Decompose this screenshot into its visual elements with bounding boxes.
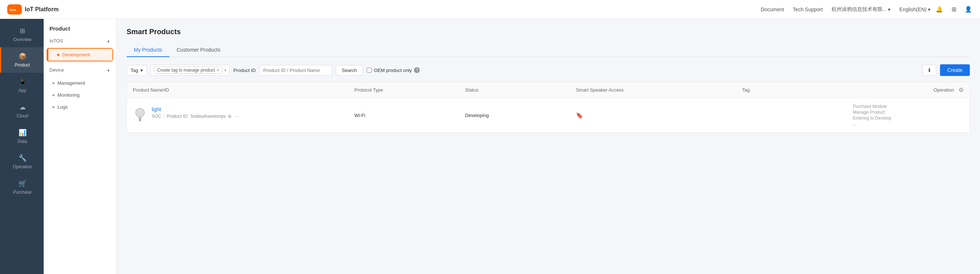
app-icon: 📱 [19, 78, 27, 86]
development-active-wrapper: Development [46, 48, 113, 62]
operation-icon: 🔧 [19, 154, 27, 162]
td-protocol: Wi-Fi [354, 112, 465, 118]
oem-label: OEM product only ? [367, 67, 420, 73]
iotos-chevron-icon: ▲ [107, 39, 110, 43]
data-icon: 📊 [19, 129, 27, 137]
table-header: Product Name/ID Protocol Type Status Sma… [127, 82, 969, 98]
development-dot-icon [57, 54, 59, 56]
platform-name: IoT Platform [25, 6, 59, 13]
company-chevron-icon: ▾ [888, 6, 891, 13]
logo-area: tuya IoT Platform [7, 4, 59, 14]
tag-input-area[interactable]: Create tag to manage product × ▾ [151, 65, 229, 76]
tag-area-chevron-icon: ▾ [224, 68, 226, 72]
td-speaker-access: 🔖 [576, 112, 742, 119]
product-info: light SOC | Product ID: 5obbusfuanenrrpv… [133, 106, 354, 124]
th-product-name: Product Name/ID [133, 87, 354, 93]
operations-list: Purchase Module Manage Product Entering … [853, 104, 964, 127]
nav-item-data[interactable]: 📊 Data [0, 124, 44, 149]
tag-chevron-icon: ▾ [140, 68, 143, 73]
td-status: Developing [465, 112, 576, 118]
nav-item-app[interactable]: 📱 App [0, 73, 44, 98]
nav-item-cloud[interactable]: ☁ Cloud [0, 98, 44, 124]
svg-rect-6 [139, 120, 141, 121]
sidebar-title: Product [44, 19, 116, 35]
sidebar-item-development[interactable]: Development [47, 49, 112, 61]
product-light-icon [133, 106, 147, 124]
sidebar-section-iotos[interactable]: IoTOS ▲ [44, 35, 116, 46]
svg-text:tuya: tuya [10, 8, 17, 12]
download-icon: ⬇ [927, 67, 932, 73]
lang-chevron-icon: ▾ [928, 6, 931, 13]
th-tag: Tag [742, 87, 853, 93]
copy-product-id-icon[interactable]: ⧉ [228, 114, 233, 119]
table-row: light SOC | Product ID: 5obbusfuanenrrpv… [127, 98, 969, 133]
product-name-link[interactable]: light [152, 106, 239, 112]
oem-help-icon[interactable]: ? [414, 67, 420, 73]
left-nav: ⊞ Overview 📦 Product 📱 App ☁ Cloud 📊 Dat… [0, 19, 44, 274]
logs-dot-icon [52, 106, 54, 108]
main-content: Smart Products My Products Customer Prod… [116, 19, 980, 274]
svg-rect-5 [139, 119, 141, 120]
entering-develop-link[interactable]: Entering to Develop [853, 116, 964, 120]
nav-item-product[interactable]: 📦 Product [0, 47, 44, 73]
td-product-info: light SOC | Product ID: 5obbusfuanenrrpv… [133, 106, 354, 124]
header-icons: 🔔 ⊞ 👤 [935, 5, 973, 14]
th-status: Status [465, 87, 576, 93]
tab-customer-products[interactable]: Customer Products [170, 43, 228, 57]
tag-pill: Create tag to manage product × [154, 67, 222, 74]
company-dropdown[interactable]: 杭州涂鸦信息技术有限... ▾ [832, 6, 891, 13]
td-operations: Purchase Module Manage Product Entering … [853, 104, 964, 127]
svg-point-2 [136, 108, 145, 117]
bookmark-icon[interactable]: 🔖 [576, 112, 583, 119]
sidebar-item-management[interactable]: Management [44, 77, 116, 89]
product-table: Product Name/ID Protocol Type Status Sma… [127, 82, 970, 133]
nav-item-purchase[interactable]: 🛒 Purchase [0, 174, 44, 200]
apps-grid-icon[interactable]: ⊞ [950, 5, 958, 14]
tuya-logo: tuya [7, 4, 22, 14]
table-settings-icon[interactable]: ⚙ [959, 87, 964, 93]
nav-item-operation[interactable]: 🔧 Operation [0, 149, 44, 174]
user-avatar-icon[interactable]: 👤 [964, 5, 973, 14]
product-id-input[interactable] [259, 65, 332, 76]
monitoring-dot-icon [52, 94, 54, 96]
sidebar-item-logs[interactable]: Logs [44, 101, 116, 113]
sidebar: Product IoTOS ▲ Development Device ▲ Man… [44, 19, 116, 274]
oem-checkbox[interactable] [367, 68, 372, 73]
create-button[interactable]: Create [940, 64, 970, 76]
tech-support-link[interactable]: Tech Support [793, 6, 823, 13]
sidebar-section-device[interactable]: Device ▲ [44, 64, 116, 76]
tag-dropdown[interactable]: Tag ▾ [127, 65, 147, 76]
search-button[interactable]: Search [336, 65, 363, 76]
svg-rect-4 [138, 118, 142, 119]
more-operations-link[interactable]: ... [853, 121, 964, 127]
th-speaker-access: Smart Speaker Access [576, 87, 742, 93]
th-protocol-type: Protocol Type [354, 87, 465, 93]
overview-icon: ⊞ [20, 27, 25, 35]
cloud-icon: ☁ [19, 103, 26, 111]
management-dot-icon [52, 82, 54, 84]
product-icon: 📦 [19, 52, 27, 60]
sidebar-item-monitoring[interactable]: Monitoring [44, 89, 116, 101]
body-wrap: ⊞ Overview 📦 Product 📱 App ☁ Cloud 📊 Dat… [0, 19, 980, 274]
document-link[interactable]: Document [760, 6, 784, 13]
tabs: My Products Customer Products [127, 43, 970, 57]
tab-my-products[interactable]: My Products [127, 43, 170, 57]
svg-rect-3 [138, 117, 142, 118]
manage-product-link[interactable]: Manage Product [853, 110, 964, 115]
device-section: Management Monitoring Logs [44, 76, 116, 114]
purchase-icon: 🛒 [19, 179, 27, 187]
download-button[interactable]: ⬇ [923, 65, 936, 76]
product-id-label: Product ID [233, 68, 255, 73]
header-nav: Document Tech Support 杭州涂鸦信息技术有限... ▾ En… [760, 6, 931, 13]
product-meta: SOC | Product ID: 5obbusfuanenrrpv ⧉ ··· [152, 114, 239, 119]
toolbar: Tag ▾ Create tag to manage product × ▾ P… [127, 64, 970, 76]
language-dropdown[interactable]: English(EN) ▾ [899, 6, 931, 13]
tag-pill-close-icon[interactable]: × [216, 68, 219, 73]
product-details: light SOC | Product ID: 5obbusfuanenrrpv… [152, 106, 239, 119]
nav-item-overview[interactable]: ⊞ Overview [0, 22, 44, 47]
notification-icon[interactable]: 🔔 [935, 5, 943, 14]
page-title: Smart Products [127, 28, 970, 36]
product-more-icon[interactable]: ··· [235, 114, 239, 119]
th-operation: Operation ⚙ [853, 87, 964, 93]
purchase-module-link[interactable]: Purchase Module [853, 104, 964, 109]
